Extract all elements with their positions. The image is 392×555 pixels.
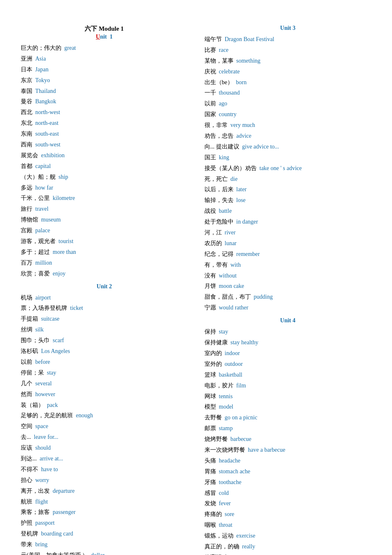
list-item: 护照 passport (21, 518, 188, 528)
list-item: 多远 how far (21, 183, 188, 193)
unit1-u-letter: U (96, 34, 100, 40)
list-item: 死，死亡 die (205, 174, 372, 185)
unit1-nit-text: nit 1 (100, 34, 112, 40)
list-item: 巨大的；伟大的 great (21, 43, 188, 54)
unit3-title: Unit 3 (205, 25, 372, 32)
list-item: 一千 thousand (205, 88, 372, 98)
list-item: 锻炼，运动 exercise (205, 531, 372, 541)
list-item: 农历的 lunar (205, 238, 372, 249)
list-item: 保持健康 stay healthy (205, 337, 372, 348)
list-item: 装（箱） pack (21, 400, 188, 411)
list-item: 网球 tennis (205, 391, 372, 402)
list-item: 旅行 travel (21, 204, 188, 214)
list-item: 空间 space (21, 421, 188, 432)
list-item: 博物馆 museum (21, 214, 188, 225)
page-container: 六下 Module 1 Unit 1 巨大的；伟大的 great亚洲 Asia日… (17, 25, 375, 555)
list-item: 很，非常 very much (205, 120, 372, 131)
list-item: 疼痛的 sore (205, 509, 372, 520)
list-item: 乘客；旅客 passenger (21, 507, 188, 518)
list-item: 以后，后来 later (205, 184, 372, 195)
list-item: 宫殿 palace (21, 225, 188, 236)
list-item: 来一次烧烤野餐 have a barbecue (205, 445, 372, 455)
list-item: 不得不 have to (21, 464, 188, 475)
list-item: （大）船；舰 ship (21, 172, 188, 183)
list-item: 首都 capital (21, 161, 188, 172)
list-item: 河，江 river (205, 227, 372, 238)
list-item: 然而 however (21, 389, 188, 400)
list-item: 机场 airport (21, 292, 188, 303)
list-item: 停留；呆 stay (21, 368, 188, 378)
list-item: 泰国 Thailand (21, 86, 188, 97)
list-item: 国王 king (205, 152, 372, 163)
list-item: 篮球 basketball (205, 370, 372, 380)
left-column: 六下 Module 1 Unit 1 巨大的；伟大的 great亚洲 Asia日… (17, 25, 196, 555)
unit1-vocab-list: 巨大的；伟大的 great亚洲 Asia日本 Japan东京 Tokyo泰国 T… (21, 43, 188, 279)
list-item: 发烧 fever (205, 498, 372, 509)
list-item: 有，带有 with (205, 260, 372, 270)
list-item: 展览会 exhibition (21, 150, 188, 161)
list-item: 亚洲 Asia (21, 54, 188, 64)
list-item: 咽喉 throat (205, 520, 372, 531)
list-item: 某物，某事 something (205, 56, 372, 66)
list-item: 航班 flight (21, 497, 188, 507)
list-item: 烧烤野餐 barbecue (205, 434, 372, 445)
list-item: 西南 south-west (21, 139, 188, 150)
list-item: 出生（be） born (205, 77, 372, 88)
list-item: 东京 Tokyo (21, 75, 188, 86)
unit2-title: Unit 2 (21, 283, 188, 290)
list-item: 庆祝 celebrate (205, 66, 372, 77)
list-item: 足够的，充足的航班 enough (21, 410, 188, 421)
unit4-vocab-list: 保持 stay保持健康 stay healthy室内的 indoor室外的 ou… (205, 326, 372, 555)
list-item: 西北 north-west (21, 107, 188, 118)
list-item: 应该 should (21, 443, 188, 453)
right-column: Unit 3 端午节 Dragon Boat Festival比赛 race某物… (196, 25, 376, 555)
list-item: 围巾；头巾 scarf (21, 335, 188, 346)
list-item: 到达... arrive at... (21, 453, 188, 464)
list-item: 没有 without (205, 270, 372, 281)
list-item: 东北 north-east (21, 118, 188, 129)
list-item: 端午节 Dragon Boat Festival (205, 34, 372, 45)
list-item: 国家 country (205, 109, 372, 120)
list-item: 洛杉矶 Los Angeles (21, 346, 188, 357)
list-item: 千米，公里 kilometre (21, 193, 188, 204)
list-item: 登机牌 boarding card (21, 528, 188, 539)
list-item: 去... leave for... (21, 432, 188, 443)
list-item: 元(美国，加拿大等货币 ） dollar (21, 550, 188, 555)
list-item: 头痛 headache (205, 455, 372, 466)
list-item: 以前 before (21, 357, 188, 368)
list-item: 月饼 moon cake (205, 281, 372, 292)
module-title: 六下 Module 1 (21, 25, 188, 33)
list-item: 曼谷 Bangkok (21, 96, 188, 107)
list-item: 多于；超过 more than (21, 247, 188, 258)
list-item: 宁愿 would rather (205, 302, 372, 313)
list-item: 纪念，记得 remember (205, 249, 372, 260)
list-item: 牙痛 toothache (205, 477, 372, 488)
list-item: 输掉，失去 lose (205, 195, 372, 206)
list-item: 游客，观光者 tourist (21, 236, 188, 247)
list-item: 担心 worry (21, 475, 188, 486)
list-item: 去野餐 go on a picnic (205, 412, 372, 423)
list-item: 百万 million (21, 258, 188, 268)
list-item: 胃痛 stomach ache (205, 466, 372, 477)
unit4-title: Unit 4 (205, 317, 372, 324)
list-item: 室内的 indoor (205, 348, 372, 359)
list-item: 邮票 stamp (205, 423, 372, 434)
list-item: 体育运动 sport (205, 552, 372, 555)
list-item: 保持 stay (205, 326, 372, 337)
list-item: 真正的，的确 really (205, 541, 372, 552)
list-item: 室外的 outdoor (205, 359, 372, 370)
list-item: 向... 提出建议 give advice to... (205, 141, 372, 152)
list-item: 模型 model (205, 402, 372, 412)
list-item: 带来 bring (21, 539, 188, 550)
list-item: 战役 battle (205, 206, 372, 217)
list-item: 几个 several (21, 378, 188, 389)
unit3-vocab-list: 端午节 Dragon Boat Festival比赛 race某物，某事 som… (205, 34, 372, 313)
list-item: 东南 south-east (21, 129, 188, 139)
list-item: 接受（某人的）劝告 take one ' s advice (205, 163, 372, 174)
list-item: 甜食，甜点，布丁 pudding (205, 292, 372, 302)
list-item: 以前 ago (205, 98, 372, 109)
list-item: 日本 Japan (21, 64, 188, 75)
list-item: 丝绸 silk (21, 324, 188, 335)
list-item: 离开，出发 departure (21, 486, 188, 497)
unit1-header: Unit 1 (21, 34, 188, 40)
